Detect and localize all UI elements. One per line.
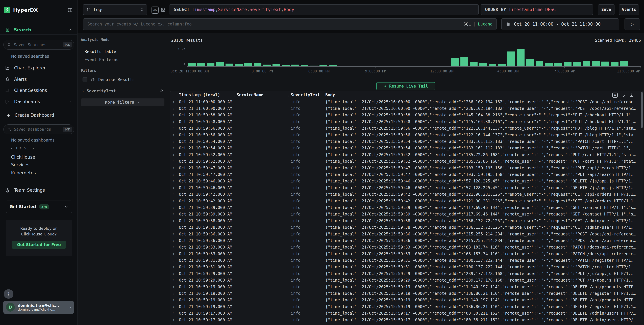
histogram-bar[interactable] (460, 57, 468, 66)
log-row[interactable]: ›Oct 21 11:00:00.000 AMinfo{"time_local"… (170, 105, 641, 112)
row-expand-icon[interactable]: › (171, 100, 176, 104)
histogram-bar[interactable] (207, 63, 214, 66)
log-row[interactable]: ›Oct 21 10:59:29.000 AMinfo{"time_local"… (170, 277, 641, 284)
date-range-picker[interactable]: Oct 20 11:00:00 - Oct 21 11:00:00 (501, 18, 619, 30)
row-expand-icon[interactable]: › (171, 271, 176, 276)
histogram-bar[interactable] (498, 64, 506, 66)
log-row[interactable]: ›Oct 21 10:59:54.000 AMinfo{"time_local"… (170, 145, 641, 151)
save-button[interactable]: Save (598, 4, 614, 15)
select-columns-input[interactable]: SELECT Timestamp,ServiceName,SeverityTex… (169, 4, 478, 15)
source-select[interactable]: Logs (83, 4, 147, 15)
row-expand-icon[interactable]: › (171, 311, 176, 316)
row-expand-icon[interactable]: › (171, 172, 176, 177)
row-expand-icon[interactable]: › (171, 232, 176, 237)
log-row[interactable]: ›Oct 21 10:59:47.000 AMinfo{"time_local"… (170, 165, 641, 171)
row-expand-icon[interactable]: › (171, 119, 176, 124)
row-expand-icon[interactable]: › (171, 285, 176, 289)
sidebar-item-team-settings[interactable]: Team Settings (0, 185, 78, 195)
get-started-toggle[interactable]: Get Started 3/3 (6, 201, 72, 213)
histogram-bar[interactable] (329, 65, 336, 66)
histogram-bar[interactable] (197, 63, 205, 66)
histogram-bar[interactable] (235, 64, 243, 66)
log-row[interactable]: ›Oct 21 10:59:52.000 AMinfo{"time_local"… (170, 158, 641, 165)
log-row[interactable]: ›Oct 21 10:59:46.000 AMinfo{"time_local"… (170, 184, 641, 191)
log-row[interactable]: ›Oct 21 10:59:19.000 AMinfo{"time_local"… (170, 297, 641, 303)
column-header-severitytext[interactable]: SeverityText (288, 93, 323, 97)
row-expand-icon[interactable]: › (171, 318, 176, 322)
mode-event-patterns[interactable]: Event Patterns (81, 56, 118, 63)
denoise-checkbox[interactable] (82, 77, 87, 82)
sidebar-collapse-icon[interactable] (67, 7, 73, 13)
preset-clickhouse[interactable]: ClickHouse (11, 155, 35, 160)
histogram-bar[interactable] (226, 63, 233, 66)
row-expand-icon[interactable]: › (171, 126, 176, 131)
histogram-bar[interactable] (620, 61, 628, 66)
log-row[interactable]: ›Oct 21 10:59:17.000 AMinfo{"time_local"… (170, 317, 641, 323)
log-row[interactable]: ›Oct 21 10:59:36.000 AMinfo{"time_local"… (170, 237, 641, 244)
row-expand-icon[interactable]: › (171, 265, 176, 269)
get-started-free-button[interactable]: Get Started for Free (12, 241, 66, 249)
presets-toggle[interactable]: PRESETS (10, 146, 34, 150)
log-row[interactable]: ›Oct 21 11:00:00.000 AMinfo{"time_local"… (170, 99, 641, 105)
histogram-bar[interactable] (470, 62, 478, 66)
histogram-bar[interactable] (488, 64, 496, 66)
log-row[interactable]: ›Oct 21 10:59:29.000 AMinfo{"time_local"… (170, 270, 641, 277)
row-expand-icon[interactable]: › (171, 252, 176, 256)
histogram-bar[interactable] (508, 51, 515, 66)
mode-results-table[interactable]: Results Table (81, 48, 116, 55)
vertical-scrollbar-thumb[interactable] (641, 92, 643, 128)
sql-editor-icon[interactable]: <> (152, 6, 158, 13)
histogram-bar[interactable] (479, 63, 487, 66)
row-expand-icon[interactable]: › (171, 212, 176, 217)
histogram-bar[interactable] (526, 59, 534, 66)
log-row[interactable]: ›Oct 21 10:59:33.000 AMinfo{"time_local"… (170, 251, 641, 257)
raw-mode-icon[interactable]: <> (612, 93, 618, 98)
user-menu[interactable]: D dominic.tran@clic... dominic.tran@clic… (3, 301, 74, 314)
sidebar-item-dashboards[interactable]: Dashboards (0, 96, 78, 107)
row-expand-icon[interactable]: › (171, 278, 176, 283)
log-row[interactable]: ›Oct 21 10:59:31.000 AMinfo{"time_local"… (170, 257, 641, 264)
histogram-bar[interactable] (244, 63, 252, 66)
histogram-bar[interactable] (517, 49, 524, 66)
log-row[interactable]: ›Oct 21 10:59:42.000 AMinfo{"time_local"… (170, 198, 641, 204)
row-expand-icon[interactable]: › (171, 245, 176, 250)
histogram-bar[interactable] (291, 64, 299, 66)
chevron-up-icon[interactable] (68, 28, 72, 32)
log-row[interactable]: ›Oct 21 10:59:56.000 AMinfo{"time_local"… (170, 132, 641, 138)
log-row[interactable]: ›Oct 21 10:59:42.000 AMinfo{"time_local"… (170, 191, 641, 198)
row-expand-icon[interactable]: › (171, 205, 176, 210)
sidebar-item-alerts[interactable]: Alerts (0, 74, 78, 84)
log-row[interactable]: ›Oct 21 10:59:19.000 AMinfo{"time_local"… (170, 284, 641, 290)
histogram-bar[interactable] (254, 63, 262, 66)
log-row[interactable]: ›Oct 21 10:59:54.000 AMinfo{"time_local"… (170, 138, 641, 145)
source-settings-gear-icon[interactable] (160, 7, 166, 12)
row-expand-icon[interactable]: › (171, 152, 176, 157)
log-row[interactable]: ›Oct 21 10:59:52.000 AMinfo{"time_local"… (170, 151, 641, 158)
row-expand-icon[interactable]: › (171, 219, 176, 223)
pin-icon[interactable] (159, 89, 164, 93)
histogram-bar[interactable] (301, 65, 308, 66)
log-row[interactable]: ›Oct 21 10:59:36.000 AMinfo{"time_local"… (170, 231, 641, 237)
log-row[interactable]: ›Oct 21 10:59:17.000 AMinfo{"time_local"… (170, 310, 641, 317)
alerts-button[interactable]: Alerts (619, 4, 639, 15)
event-search-bar[interactable]: SQL | Lucene (83, 18, 497, 30)
log-row[interactable]: ›Oct 21 10:59:39.000 AMinfo{"time_local"… (170, 204, 641, 211)
lucene-mode-button[interactable]: Lucene (478, 22, 492, 26)
sidebar-section-search[interactable]: Search (0, 25, 78, 34)
row-expand-icon[interactable]: › (171, 238, 176, 243)
histogram-bar[interactable] (602, 61, 609, 66)
histogram-bar[interactable] (545, 63, 553, 66)
log-row[interactable]: ›Oct 21 10:59:56.000 AMinfo{"time_local"… (170, 125, 641, 132)
preset-kubernetes[interactable]: Kubernetes (11, 170, 36, 175)
histogram-bar[interactable] (573, 62, 581, 66)
histogram-bar[interactable] (188, 63, 196, 66)
sidebar-item-client-sessions[interactable]: Client Sessions (0, 85, 78, 96)
logo[interactable]: HyperDX (4, 7, 38, 13)
more-filters-button[interactable]: More filters (81, 98, 164, 106)
log-row[interactable]: ›Oct 21 10:59:38.000 AMinfo{"time_local"… (170, 224, 641, 231)
saved-dashboards-input[interactable] (14, 127, 61, 132)
run-query-button[interactable]: ▷ (624, 18, 640, 30)
order-by-input[interactable]: ORDER BY TimestampTime DESC (480, 4, 593, 15)
row-expand-icon[interactable]: › (171, 139, 176, 144)
log-row[interactable]: ›Oct 21 10:59:58.000 AMinfo{"time_local"… (170, 118, 641, 125)
